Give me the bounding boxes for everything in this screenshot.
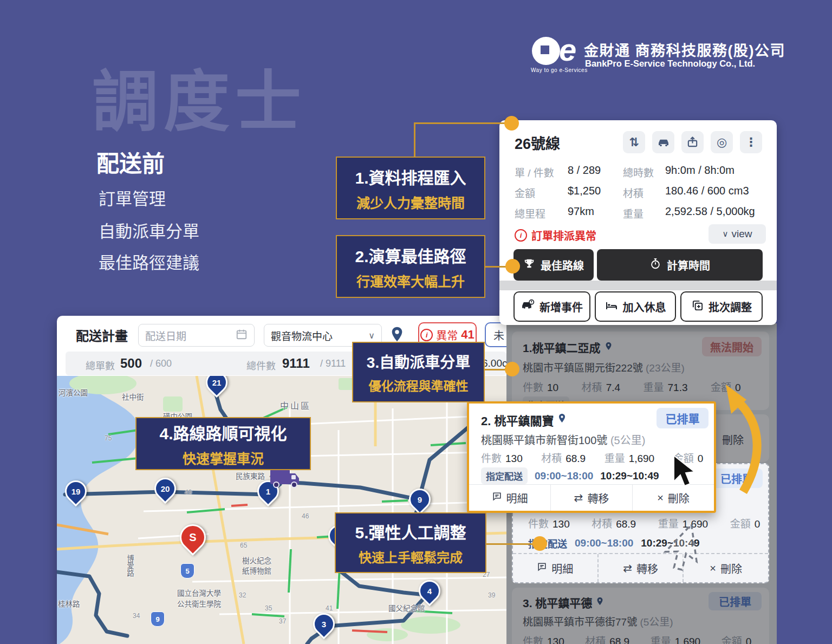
callout-title: 1.資料排程匯入 [355, 165, 466, 188]
summary-suffix: / 9111 [320, 358, 346, 369]
add-rest-button[interactable]: 加入休息 [595, 291, 676, 322]
export-icon[interactable] [681, 131, 704, 153]
section-title: 配送前 [96, 145, 165, 178]
sheet-divider [499, 281, 777, 290]
map-pin-icon[interactable] [557, 412, 567, 427]
address-text: 桃園縣平鎮市新智街100號 [481, 434, 607, 446]
vehicle-icon[interactable] [652, 131, 674, 153]
connector-dot [505, 259, 520, 274]
callout-4: 4.路線路順可視化 快速掌握車況 [135, 417, 311, 470]
traffic-number: 65 [240, 542, 247, 549]
map-label: 國父紀念館 [388, 602, 425, 613]
traffic-number: 39 [488, 591, 495, 599]
trophy-icon [523, 258, 535, 272]
stopwatch-icon [649, 258, 661, 272]
detail-button[interactable]: 明細 [469, 485, 550, 511]
delete-x-icon: × [657, 492, 664, 504]
connector-line [414, 122, 415, 157]
delete-x-icon: × [710, 562, 716, 575]
button-label: 最佳路線 [541, 257, 584, 273]
highway-shield-5: 5 [180, 563, 194, 578]
connector-dot [532, 536, 547, 551]
summary-label: 總單數 [86, 358, 115, 372]
order-warning: i 訂單排派異常 [515, 227, 596, 243]
center-selected-value: 觀音物流中心 [271, 328, 333, 343]
detail-button[interactable]: 明細 [513, 554, 597, 582]
stat-value: 180.46 / 600 cm3 [665, 185, 749, 197]
button-label: 加入休息 [623, 299, 666, 315]
traffic-number: 32 [239, 591, 246, 599]
feature-item: 最佳路徑建議 [99, 249, 199, 274]
traffic-number: 75 [105, 434, 112, 442]
bed-icon [605, 299, 618, 315]
transfer-button[interactable]: ⇄ 轉移 [550, 485, 632, 511]
stat-value: 2,592.58 / 5,000kg [665, 205, 755, 218]
company-logo-e: e [559, 31, 576, 68]
chevron-down-icon: ∨ [723, 229, 729, 239]
eye-icon[interactable]: ◎ [711, 131, 733, 153]
chevron-down-icon: ∨ [368, 330, 375, 341]
feature-item: 訂單管理 [99, 185, 166, 210]
summary-suffix: / 600 [150, 358, 172, 369]
stat-value: $1,250 [568, 185, 601, 197]
company-name-en: BankPro E-Service Technology Co., Ltd. [585, 58, 755, 69]
stat-label: 總時數 [623, 165, 654, 179]
summary-volume-fragment: 6.00cm [482, 357, 506, 369]
car-alert-icon [521, 298, 535, 315]
batch-adjust-button[interactable]: 批次調整 [680, 291, 763, 322]
distance-text: (5公里) [610, 434, 645, 446]
logo-tagline: Way to go e-Services [531, 67, 588, 73]
transfer-icon: ⇄ [623, 562, 632, 575]
clipped-filter-button[interactable]: 未 [485, 322, 506, 347]
view-label: view [731, 228, 752, 240]
traffic-number: 34 [133, 612, 140, 620]
abnormal-label: 異常 [436, 327, 458, 343]
window-time: 09:00~18:00 [535, 470, 593, 482]
callout-5: 5.彈性人工調整 快速上手輕鬆完成 [335, 512, 486, 573]
detail-chat-icon [537, 562, 547, 575]
route-map[interactable]: 21192019243S59河濱公園社中街磺中公園中山區民族東路樹火紀念紙博物館… [57, 376, 506, 644]
callout-subtitle: 行運效率大幅上升 [356, 271, 465, 290]
window-time: 09:00~18:00 [575, 537, 633, 549]
delivery-date-input[interactable]: 配送日期 [138, 324, 255, 347]
calc-time-button[interactable]: 計算時間 [597, 249, 763, 281]
add-event-button[interactable]: 新增事件 [514, 291, 590, 322]
stat-label: 金額 [515, 185, 535, 200]
date-placeholder: 配送日期 [145, 328, 186, 343]
calendar-icon[interactable] [236, 328, 248, 343]
callout-title: 5.彈性人工調整 [355, 519, 466, 543]
more-kebab-icon[interactable]: ⋮ [740, 131, 762, 153]
map-label: 國立台灣大學 [177, 587, 221, 598]
traffic-number: 49 [185, 489, 192, 496]
view-toggle-button[interactable]: ∨ view [708, 224, 766, 244]
callout-subtitle: 快速掌握車況 [183, 448, 264, 467]
callout-subtitle: 優化流程與準確性 [369, 376, 469, 394]
swap-vertical-icon[interactable]: ⇅ [623, 131, 645, 153]
traffic-number: 35 [265, 604, 272, 612]
stat-label: 單 / 件數 [515, 165, 554, 179]
highway-shield-9: 9 [151, 612, 165, 627]
callout-title: 4.路線路順可視化 [159, 420, 287, 444]
abnormal-count: 41 [461, 328, 474, 342]
traffic-number: 37 [279, 617, 286, 625]
best-route-button[interactable]: 最佳路線 [514, 249, 594, 281]
traffic-number: 46 [302, 512, 309, 520]
connector-line [414, 122, 512, 124]
stat-value: 8 / 289 [568, 164, 601, 177]
truck-icon[interactable] [269, 467, 301, 491]
actual-time: 10:29~10:49 [600, 470, 659, 482]
callout-2: 2.演算最佳路徑 行運效率大幅上升 [336, 235, 485, 298]
stat-value: 9h:0m / 8h:0m [665, 164, 734, 177]
page: 調度士 配送前 訂單管理 自動派車分單 最佳路徑建議 e Way to go e… [0, 0, 832, 644]
route-card: 26號線 ⇅ ◎ ⋮ 單 / 件數 8 / 289 總時數 9h:0m / 8h… [499, 120, 777, 325]
map-label: 民族東路 [236, 470, 265, 481]
stop-name: 2. 桃平鎮關寶 [481, 411, 554, 428]
transfer-icon: ⇄ [574, 491, 583, 504]
plan-title: 配送計畫 [76, 326, 128, 344]
summary-value: 9111 [282, 356, 310, 371]
ghost-stats: 件數130 材積68.9 重量1,690 金額0 [528, 516, 760, 530]
map-label: 桂林路 [58, 598, 80, 609]
map-label: 社中街 [122, 391, 144, 402]
clipped-button-label: 未 [493, 327, 504, 343]
callout-1: 1.資料排程匯入 減少人力彙整時間 [336, 157, 485, 219]
